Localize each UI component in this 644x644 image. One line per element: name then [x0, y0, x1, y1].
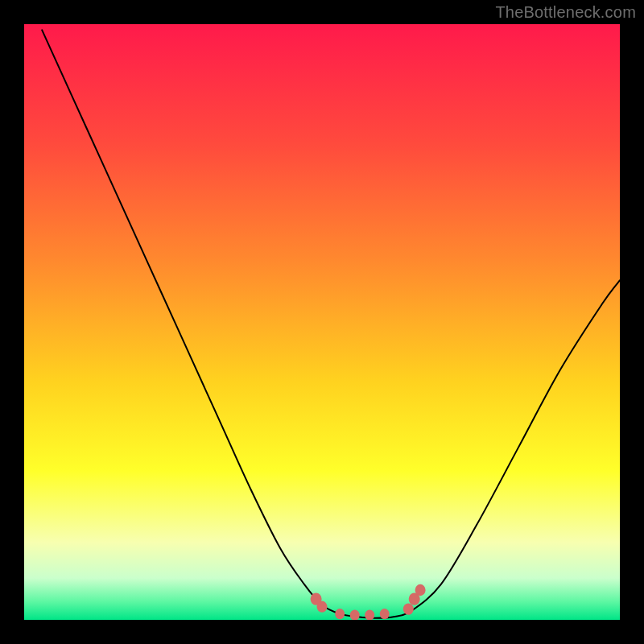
plot-area	[24, 24, 620, 620]
marker-bottom-a	[335, 609, 345, 619]
main-curve	[42, 30, 620, 617]
marker-bottom-d	[380, 609, 390, 619]
marker-right-cluster-c	[415, 584, 426, 596]
marker-bottom-c	[365, 609, 374, 620]
marker-bottom-b	[350, 609, 360, 620]
marker-group	[311, 584, 426, 620]
chart-container: TheBottleneck.com	[0, 0, 644, 644]
curve-layer	[24, 24, 620, 620]
watermark-text: TheBottleneck.com	[495, 3, 636, 22]
marker-right-cluster-a	[403, 604, 414, 615]
marker-left-cluster-b	[317, 601, 328, 613]
